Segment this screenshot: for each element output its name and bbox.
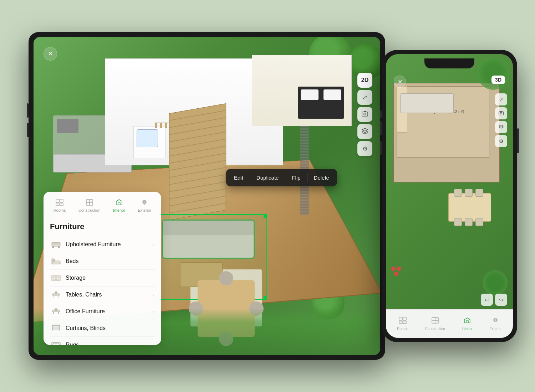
phone-3d-button[interactable]: 3D xyxy=(491,76,505,84)
phone-construction-icon xyxy=(431,317,439,326)
phone-tab-exterior[interactable]: Exterior xyxy=(486,315,505,333)
svg-rect-20 xyxy=(59,263,60,264)
panel-section-title: Furniture xyxy=(50,222,155,231)
phone-redo-button[interactable]: ↪ xyxy=(495,294,507,306)
phone-tab-interior[interactable]: Interior xyxy=(458,315,476,333)
view-2d-button[interactable]: 2D xyxy=(357,73,372,88)
tab-exterior[interactable]: Exterior xyxy=(135,197,154,214)
context-edit-button[interactable]: Edit xyxy=(228,172,250,184)
tablet-device: Edit Duplicate Flip Delete ✕ 2D ⤢ xyxy=(29,32,385,360)
fp-flower-2 xyxy=(397,267,401,271)
fp-garden-tree-tr xyxy=(477,58,509,90)
tablet-vol-down-button[interactable] xyxy=(27,123,29,137)
sofa[interactable] xyxy=(162,220,255,259)
phone-camera-button[interactable] xyxy=(495,107,507,119)
storage-label: Storage xyxy=(66,275,86,281)
phone-bottom-tabs: Rooms Construction xyxy=(386,309,513,338)
phone-interior-label: Interior xyxy=(462,327,473,331)
kitchen-appliance xyxy=(57,119,78,133)
panel-item-left-curtains: Curtains, Blinds xyxy=(51,324,106,332)
context-flip-button[interactable]: Flip xyxy=(285,172,307,184)
fp-dining-table xyxy=(448,193,491,222)
phone-notch xyxy=(424,58,474,68)
svg-rect-16 xyxy=(58,246,60,248)
fp-flower-3 xyxy=(394,272,398,276)
phone-bottom-actions: ↩ ↪ xyxy=(481,294,507,306)
list-item-storage[interactable]: Storage xyxy=(50,270,155,287)
upholstered-chevron: › xyxy=(152,242,154,247)
panel-content: Furniture xyxy=(44,217,161,345)
phone-power-button[interactable] xyxy=(517,128,519,153)
list-item-upholstered[interactable]: Upholstered Furniture › xyxy=(50,236,155,253)
office-chevron: › xyxy=(152,309,154,314)
scene-container: Edit Duplicate Flip Delete ✕ 2D ⤢ xyxy=(18,21,517,371)
phone-close-icon: ✕ xyxy=(398,78,402,85)
svg-rect-28 xyxy=(55,292,57,294)
phone-settings-button[interactable]: ⚙ xyxy=(495,135,507,147)
phone-vol-down-button[interactable] xyxy=(380,141,382,155)
bed-pillow-left xyxy=(301,89,319,100)
panel-item-left: Upholstered Furniture xyxy=(51,240,121,249)
tablet-vol-up-button[interactable] xyxy=(27,103,29,118)
fp-chair-5 xyxy=(465,218,473,226)
fp-chair-3 xyxy=(475,189,483,197)
sofa-back xyxy=(163,221,254,235)
phone-camera-icon xyxy=(498,110,504,117)
undo-icon: ↩ xyxy=(485,296,489,303)
phone-silent-button[interactable] xyxy=(380,110,382,118)
svg-rect-38 xyxy=(53,344,59,345)
svg-rect-48 xyxy=(403,317,406,320)
expand-icon: ⤢ xyxy=(362,94,367,101)
phone-vol-up-button[interactable] xyxy=(380,121,382,135)
svg-rect-46 xyxy=(500,111,502,112)
phone-layers-button[interactable] xyxy=(495,121,507,133)
phone-device: Living Room (54.2 m²) xyxy=(382,50,517,342)
tab-rooms[interactable]: Rooms xyxy=(51,197,69,214)
expand-button[interactable]: ⤢ xyxy=(357,90,372,105)
phone-undo-button[interactable]: ↩ xyxy=(481,294,493,306)
list-item-tables[interactable]: Tables, Chairs › xyxy=(50,287,155,303)
phone-tab-construction[interactable]: Construction xyxy=(422,315,449,333)
bedroom-area xyxy=(252,55,352,126)
list-item-curtains[interactable]: Curtains, Blinds xyxy=(50,320,155,337)
panel-item-left-tables: Tables, Chairs xyxy=(51,290,102,299)
svg-rect-54 xyxy=(466,321,468,323)
list-item-beds[interactable]: Beds xyxy=(50,253,155,270)
svg-rect-19 xyxy=(52,263,53,264)
svg-rect-49 xyxy=(399,321,402,324)
phone-close-button[interactable]: ✕ xyxy=(394,76,406,88)
rugs-icon xyxy=(51,341,61,345)
phone-toolbar: ⤢ xyxy=(495,93,507,147)
svg-rect-6 xyxy=(60,203,63,206)
phone-construction-label: Construction xyxy=(425,327,445,331)
bathroom-area xyxy=(133,126,165,158)
phone-rooms-icon xyxy=(399,317,407,326)
phone-expand-button[interactable]: ⤢ xyxy=(495,93,507,105)
phone-tab-rooms[interactable]: Rooms xyxy=(393,315,412,333)
settings-button[interactable]: ⚙ xyxy=(357,141,372,156)
dining-chair-top xyxy=(219,271,233,285)
camera-button[interactable] xyxy=(357,107,372,122)
tables-label: Tables, Chairs xyxy=(66,292,102,298)
list-item-office[interactable]: Office Furniture › xyxy=(50,303,155,320)
list-item-rugs[interactable]: Rugs xyxy=(50,337,155,345)
context-duplicate-button[interactable]: Duplicate xyxy=(250,172,285,184)
fp-sofa xyxy=(400,93,454,113)
upholstered-label: Upholstered Furniture xyxy=(66,241,121,248)
svg-point-1 xyxy=(364,113,366,115)
fp-chair-1 xyxy=(454,189,462,197)
svg-rect-10 xyxy=(118,203,120,205)
context-delete-button[interactable]: Delete xyxy=(307,172,336,184)
layers-button[interactable] xyxy=(357,124,372,139)
tablet-close-button[interactable]: ✕ xyxy=(44,47,57,61)
context-menu: Edit Duplicate Flip Delete xyxy=(226,169,337,186)
svg-rect-3 xyxy=(56,199,59,202)
svg-rect-15 xyxy=(52,246,54,248)
svg-rect-33 xyxy=(52,325,60,326)
interior-tab-icon xyxy=(114,198,124,207)
svg-rect-47 xyxy=(399,317,402,320)
tab-construction[interactable]: Construction xyxy=(76,197,103,214)
storage-icon xyxy=(51,274,61,282)
tab-interior[interactable]: Interior xyxy=(110,197,128,214)
tables-icon xyxy=(51,290,61,299)
